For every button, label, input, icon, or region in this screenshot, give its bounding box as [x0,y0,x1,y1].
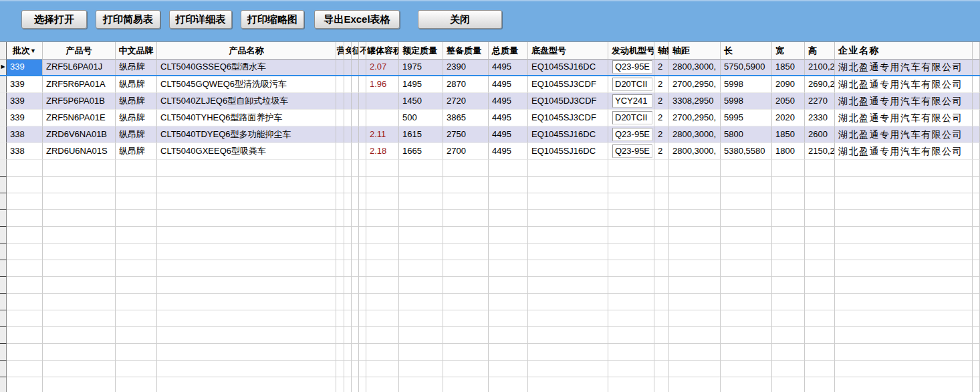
cell-batch[interactable]: 339 [7,110,43,126]
cell-brand[interactable]: 纵昂牌 [116,126,157,143]
cell-height[interactable]: 2600 [805,126,835,143]
cell-wheelbase[interactable]: 3308,2950 [669,93,721,110]
cell-engine[interactable]: Q23-95E [608,143,654,160]
cell-product_no[interactable]: ZRF5N6PA01E [43,110,116,126]
cell-axles[interactable]: 2 [654,143,669,160]
cell-height[interactable]: 2330 [805,110,835,126]
cell-name[interactable]: CLT5040TDYEQ6型多功能抑尘车 [157,126,336,143]
header-wheelbase[interactable]: 轴距 [669,42,721,60]
cell-company[interactable]: 湖北盈通专用汽车有限公司 [835,143,973,160]
cell-rated[interactable]: 1495 [399,76,443,93]
cell-company[interactable]: 湖北盈通专用汽车有限公司 [835,126,973,143]
cell-length[interactable]: 5380,5580 [721,143,772,160]
cell-f1[interactable] [336,76,344,93]
cell-f4[interactable] [359,126,366,143]
close-button[interactable]: 关闭 [418,10,502,29]
cell-tank[interactable]: 1.96 [366,76,399,93]
cell-axles[interactable]: 2 [654,93,669,110]
cell-height[interactable]: 2100,2 [805,60,835,75]
cell-curb[interactable]: 2870 [443,76,489,93]
cell-chassis[interactable]: EQ1045SJ3CDF [528,110,608,126]
header-chassis[interactable]: 底盘型号 [528,42,608,60]
cell-f3[interactable] [352,110,359,126]
cell-chassis[interactable]: EQ1045SJ16DC [528,60,608,75]
cell-length[interactable]: 5750,5900 [721,60,772,75]
cell-f1[interactable] [336,126,344,143]
cell-company[interactable]: 湖北盈通专用汽车有限公司 [835,60,973,75]
export-excel-button[interactable]: 导出Excel表格 [314,10,400,29]
cell-f4[interactable] [359,60,366,75]
open-file-button[interactable]: 选择打开 [21,10,87,29]
cell-wheelbase[interactable]: 2800,3000, [669,126,721,143]
cell-brand[interactable]: 纵昂牌 [116,110,157,126]
cell-f1[interactable] [336,143,344,160]
cell-brand[interactable]: 纵昂牌 [116,143,157,160]
cell-width[interactable]: 1850 [772,126,805,143]
print-simple-button[interactable]: 打印简易表 [96,10,160,29]
cell-f3[interactable] [352,143,359,160]
cell-axles[interactable]: 2 [654,76,669,93]
cell-width[interactable]: 2090 [772,76,805,93]
cell-wheelbase[interactable]: 2800,3000, [669,143,721,160]
cell-axles[interactable]: 2 [654,110,669,126]
cell-name[interactable]: CLT5045GQWEQ6型清洗吸污车 [157,76,336,93]
cell-f3[interactable] [352,93,359,110]
cell-axles[interactable]: 2 [654,60,669,75]
cell-engine[interactable]: Q23-95E [608,60,654,75]
header-f3[interactable]: 征 [352,42,359,60]
cell-name[interactable]: CLT5040GXEEQ6型吸粪车 [157,143,336,160]
cell-f2[interactable] [344,143,352,160]
cell-rated[interactable]: 1450 [399,93,443,110]
header-batch[interactable]: 批次▼ [7,42,43,60]
engine-model-inset[interactable]: D20TCII [612,78,652,91]
header-brand[interactable]: 中文品牌 [116,42,157,60]
cell-f3[interactable] [352,126,359,143]
header-curb[interactable]: 整备质量 [443,42,489,60]
header-f1[interactable]: 营 [336,42,344,60]
header-engine[interactable]: 发动机型号 [608,42,654,60]
cell-f4[interactable] [359,143,366,160]
cell-product_no[interactable]: ZRF5P6PA01B [43,93,116,110]
cell-height[interactable]: 2150,2 [805,143,835,160]
cell-name[interactable]: CLT5040TYHEQ6型路面养护车 [157,110,336,126]
cell-f2[interactable] [344,110,352,126]
header-product_no[interactable]: 产品号 [43,42,116,60]
cell-brand[interactable]: 纵昂牌 [116,76,157,93]
cell-tank[interactable]: 2.11 [366,126,399,143]
cell-product_no[interactable]: ZRF5R6PA01A [43,76,116,93]
header-length[interactable]: 长 [721,42,772,60]
cell-chassis[interactable]: EQ1045SJ16DC [528,126,608,143]
cell-name[interactable]: CLT5040GSSEQ6型洒水车 [157,60,336,75]
header-f4[interactable]: 不 [359,42,366,60]
print-thumbnail-button[interactable]: 打印缩略图 [241,10,304,29]
cell-width[interactable]: 2020 [772,110,805,126]
cell-tank[interactable]: 2.18 [366,143,399,160]
cell-f3[interactable] [352,60,359,75]
cell-curb[interactable]: 2720 [443,93,489,110]
cell-height[interactable]: 2690,2 [805,76,835,93]
cell-f4[interactable] [359,110,366,126]
cell-length[interactable]: 5998 [721,93,772,110]
cell-wheelbase[interactable]: 2700,2950, [669,76,721,93]
header-rated[interactable]: 额定质量 [399,42,443,60]
cell-tank[interactable] [366,93,399,110]
engine-model-inset[interactable]: Q23-95E [612,144,652,158]
cell-batch[interactable]: 339 [7,76,43,93]
cell-engine[interactable]: D20TCII [608,76,654,93]
cell-total[interactable]: 4495 [489,93,528,110]
cell-rated[interactable]: 1665 [399,143,443,160]
cell-wheelbase[interactable]: 2700,2950, [669,110,721,126]
cell-company[interactable]: 湖北盈通专用汽车有限公司 [835,76,973,93]
cell-chassis[interactable]: EQ1045DJ3CDF [528,93,608,110]
cell-width[interactable]: 2050 [772,93,805,110]
cell-engine[interactable]: YCY241 [608,93,654,110]
cell-total[interactable]: 4495 [489,60,528,75]
row-selector[interactable] [0,143,7,160]
cell-brand[interactable]: 纵昂牌 [116,93,157,110]
cell-f2[interactable] [344,76,352,93]
row-selector[interactable] [0,110,7,126]
cell-height[interactable]: 2270 [805,93,835,110]
cell-curb[interactable]: 2390 [443,60,489,75]
header-width[interactable]: 宽 [772,42,805,60]
cell-total[interactable]: 4495 [489,126,528,143]
